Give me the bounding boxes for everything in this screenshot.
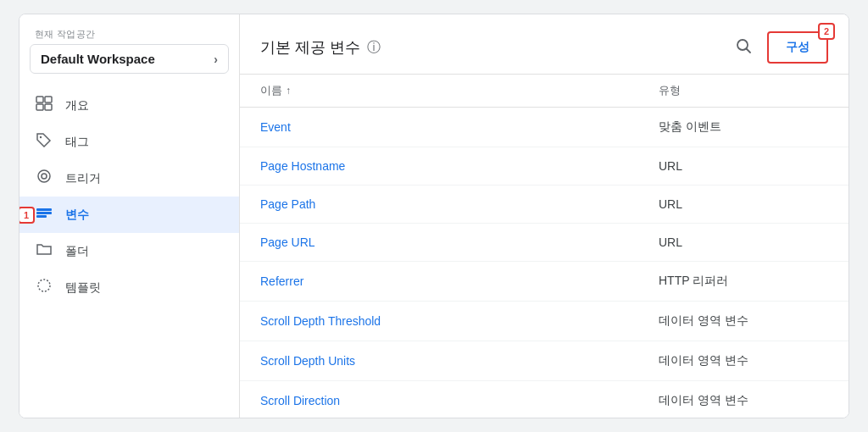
sidebar: 현재 작업공간 Default Workspace › 개요 [19, 14, 240, 418]
header-actions: 구성 2 [728, 31, 828, 64]
main-header: 기본 제공 변수 ⓘ 구성 2 [240, 14, 849, 75]
variable-icon [35, 205, 53, 224]
template-icon [35, 278, 53, 297]
sidebar-item-overview[interactable]: 개요 [19, 87, 239, 124]
variable-type: 데이터 영역 변수 [659, 393, 828, 408]
variable-name-link[interactable]: Event [260, 120, 659, 134]
workspace-selector[interactable]: Default Workspace › [30, 44, 229, 74]
sidebar-item-overview-label: 개요 [65, 98, 89, 114]
variable-name-link[interactable]: Page Hostname [260, 159, 659, 173]
main-title: 기본 제공 변수 ⓘ [260, 37, 381, 58]
badge-2: 2 [818, 23, 835, 40]
variable-type: URL [659, 197, 828, 211]
sidebar-item-templates-label: 템플릿 [65, 280, 101, 296]
sidebar-item-tags[interactable]: 태그 [19, 124, 239, 160]
info-icon[interactable]: ⓘ [367, 39, 381, 57]
sidebar-item-variables-label: 변수 [65, 208, 89, 223]
config-button[interactable]: 구성 2 [767, 31, 828, 64]
variable-type: URL [659, 159, 828, 173]
col-name-label: 이름 [260, 83, 282, 98]
svg-point-10 [38, 280, 50, 291]
chevron-icon: › [214, 53, 218, 66]
variable-name-link[interactable]: Referrer [260, 274, 659, 288]
main-content: 기본 제공 변수 ⓘ 구성 2 이름 [240, 14, 849, 418]
sidebar-item-folders-label: 폴더 [65, 244, 89, 259]
svg-line-12 [747, 48, 751, 53]
variable-name-link[interactable]: Scroll Depth Units [260, 354, 659, 368]
column-name-header: 이름 ↑ [260, 83, 659, 98]
app-frame: 현재 작업공간 Default Workspace › 개요 [19, 14, 849, 418]
table-row: Scroll Depth Units 데이터 영역 변수 [240, 341, 849, 381]
variable-type: 데이터 영역 변수 [659, 353, 828, 368]
sidebar-item-triggers[interactable]: 트리거 [19, 160, 239, 197]
svg-point-6 [42, 174, 47, 179]
search-button[interactable] [728, 34, 759, 62]
variable-type: HTTP 리퍼러 [659, 274, 828, 289]
variable-name-link[interactable]: Scroll Direction [260, 394, 659, 407]
sidebar-item-folders[interactable]: 폴더 [19, 233, 239, 269]
tag-icon [35, 132, 53, 152]
table-row: Scroll Direction 데이터 영역 변수 [240, 381, 849, 418]
svg-point-4 [40, 136, 42, 138]
overview-icon [35, 96, 53, 115]
svg-rect-1 [36, 104, 43, 110]
trigger-icon [35, 169, 53, 188]
badge-1: 1 [19, 207, 35, 224]
variable-type: 데이터 영역 변수 [659, 313, 828, 329]
folder-icon [35, 241, 53, 261]
variable-name-link[interactable]: Scroll Depth Threshold [260, 314, 659, 328]
table-row: Event 맞춤 이벤트 [240, 108, 849, 147]
svg-rect-8 [36, 212, 52, 214]
sidebar-item-tags-label: 태그 [65, 135, 89, 150]
variable-type: URL [659, 235, 828, 249]
table-row: Page Hostname URL [240, 147, 849, 186]
svg-rect-9 [36, 215, 47, 218]
sort-icon: ↑ [286, 85, 291, 97]
sidebar-item-triggers-label: 트리거 [65, 171, 101, 186]
sidebar-item-templates[interactable]: 템플릿 [19, 269, 239, 306]
sidebar-item-variables[interactable]: 1 변수 [19, 197, 239, 233]
table-row: Scroll Depth Threshold 데이터 영역 변수 [240, 302, 849, 341]
svg-rect-2 [45, 97, 52, 102]
table-row: Page Path URL [240, 186, 849, 224]
variable-name-link[interactable]: Page Path [260, 197, 659, 211]
workspace-label: 현재 작업공간 [19, 14, 239, 44]
workspace-name: Default Workspace [41, 52, 155, 66]
table-row: Page URL URL [240, 224, 849, 262]
variable-name-link[interactable]: Page URL [260, 235, 659, 249]
main-title-text: 기본 제공 변수 [260, 37, 360, 58]
config-button-label: 구성 [786, 40, 810, 53]
svg-rect-3 [45, 104, 52, 110]
svg-point-5 [38, 170, 50, 182]
svg-rect-0 [36, 97, 43, 102]
variables-table: 이름 ↑ 유형 Event 맞춤 이벤트 Page Hostname URL P… [240, 75, 849, 418]
variable-type: 맞춤 이벤트 [659, 119, 828, 135]
table-row: Referrer HTTP 리퍼러 [240, 262, 849, 302]
column-type-header: 유형 [659, 83, 828, 98]
table-header: 이름 ↑ 유형 [240, 75, 849, 108]
svg-rect-7 [36, 208, 52, 211]
